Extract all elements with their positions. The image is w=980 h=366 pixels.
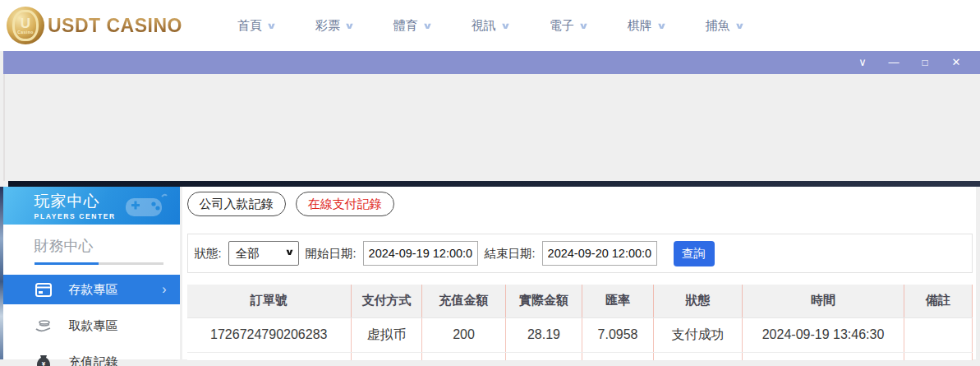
nav-item-棋牌[interactable]: 棋牌∨ xyxy=(628,18,665,34)
site-logo[interactable]: U Casino USDT CASINO xyxy=(7,7,182,44)
table-cell xyxy=(352,352,422,360)
game-controller-icon xyxy=(124,192,168,220)
column-header-實際金額: 實際金額 xyxy=(506,285,582,317)
table-cell xyxy=(904,317,973,352)
record-tabs: 公司入款記錄在線支付記錄 xyxy=(187,192,973,216)
table-cell xyxy=(187,352,352,360)
nav-item-捕魚[interactable]: 捕魚∨ xyxy=(706,18,743,34)
sidebar-item-label: 存款專區 xyxy=(69,282,118,298)
status-select[interactable]: 全部 xyxy=(228,241,299,266)
status-select-wrap: 全部 ∨ xyxy=(228,241,299,266)
coin-logo-icon: U Casino xyxy=(7,7,44,44)
main-content: 公司入款記錄在線支付記錄 狀態: 全部 ∨ 開始日期: 結束日期: 查詢 訂單號… xyxy=(182,187,977,359)
sidebar-section-title: 財務中心 xyxy=(3,225,180,262)
nav-item-label: 視訊 xyxy=(472,18,496,34)
coin-letter: U xyxy=(21,17,30,30)
chevron-right-icon: › xyxy=(162,282,166,297)
sidebar-item-label: 充值記錄 xyxy=(69,354,118,366)
close-icon[interactable]: ✕ xyxy=(941,51,972,74)
sidebar-item-充值記錄[interactable]: ¥充值記錄 xyxy=(3,347,180,366)
money-bag-icon: ¥ xyxy=(35,354,53,366)
window-title-bar: ∨—□✕ xyxy=(3,51,980,74)
navy-divider xyxy=(8,181,980,187)
table-cell: 2024-09-19 13:46:30 xyxy=(743,317,904,352)
table-cell xyxy=(904,352,973,360)
table-cell: 1726724790206283 xyxy=(187,317,352,352)
end-date-input[interactable] xyxy=(542,241,657,266)
player-center-section: 玩家中心 PLAYERS CENTER 財務中心 存款專區›取款專區¥充值記錄 … xyxy=(0,187,980,359)
table-cell xyxy=(506,352,582,360)
column-header-時間: 時間 xyxy=(743,285,904,317)
table-cell: 200 xyxy=(422,317,506,352)
nav-item-label: 棋牌 xyxy=(628,18,652,34)
sidebar-menu: 存款專區›取款專區¥充值記錄 xyxy=(3,275,180,366)
nav-item-label: 彩票 xyxy=(315,18,340,34)
sidebar-item-取款專區[interactable]: 取款專區 xyxy=(3,311,180,341)
nav-item-label: 首頁 xyxy=(237,18,262,34)
nav-item-電子[interactable]: 電子∨ xyxy=(550,18,587,34)
tab-在線支付記錄[interactable]: 在線支付記錄 xyxy=(296,192,394,216)
sidebar: 玩家中心 PLAYERS CENTER 財務中心 存款專區›取款專區¥充值記錄 xyxy=(3,187,180,359)
table-header-row: 訂單號支付方式充值金額實際金額匯率狀態時間備註 xyxy=(187,285,973,317)
nav-item-視訊[interactable]: 視訊∨ xyxy=(472,18,509,34)
nav-item-彩票[interactable]: 彩票∨ xyxy=(315,18,353,34)
column-header-匯率: 匯率 xyxy=(582,285,654,317)
chevron-down-icon: ∨ xyxy=(577,21,588,31)
sidebar-item-存款專區[interactable]: 存款專區› xyxy=(3,275,180,304)
nav-item-label: 電子 xyxy=(550,18,574,34)
column-header-備註: 備註 xyxy=(904,285,973,317)
chevron-down-icon: ∨ xyxy=(656,21,666,31)
chevron-down-icon[interactable]: ∨ xyxy=(847,51,878,74)
table-cell xyxy=(654,352,743,360)
top-nav-bar: U Casino USDT CASINO 首頁∨彩票∨體育∨視訊∨電子∨棋牌∨捕… xyxy=(0,0,980,51)
table-row: 1726724790206283虚拟币20028.197.0958支付成功202… xyxy=(187,317,973,352)
table-cell: 虚拟币 xyxy=(352,317,422,352)
coin-sub-label: Casino xyxy=(17,30,34,35)
table-cell: 支付成功 xyxy=(654,317,743,352)
table-cell xyxy=(422,352,506,360)
chevron-down-icon: ∨ xyxy=(422,21,433,31)
end-date-label: 結束日期: xyxy=(485,246,536,262)
svg-text:¥: ¥ xyxy=(41,360,45,366)
table-cell: 7.0958 xyxy=(582,317,654,352)
nav-item-label: 體育 xyxy=(393,18,418,34)
status-label: 狀態: xyxy=(195,246,222,262)
chevron-down-icon: ∨ xyxy=(500,21,511,31)
sidebar-header: 玩家中心 PLAYERS CENTER xyxy=(3,187,180,225)
chevron-down-icon: ∨ xyxy=(734,21,744,31)
sidebar-item-label: 取款專區 xyxy=(69,318,118,334)
table-cell xyxy=(743,352,904,360)
top-nav-items: 首頁∨彩票∨體育∨視訊∨電子∨棋牌∨捕魚∨ xyxy=(237,18,743,34)
column-header-訂單號: 訂單號 xyxy=(187,285,352,317)
withdraw-hand-icon xyxy=(35,319,53,332)
sidebar-section-underline xyxy=(35,262,163,265)
nav-item-首頁[interactable]: 首頁∨ xyxy=(237,18,275,34)
start-date-label: 開始日期: xyxy=(306,246,357,262)
column-header-充值金額: 充值金額 xyxy=(422,285,506,317)
query-button[interactable]: 查詢 xyxy=(674,241,715,266)
filter-bar: 狀態: 全部 ∨ 開始日期: 結束日期: 查詢 xyxy=(187,234,973,273)
start-date-input[interactable] xyxy=(363,241,478,266)
table-row-partial xyxy=(187,352,973,360)
maximize-icon[interactable]: □ xyxy=(909,51,941,74)
table-cell xyxy=(582,352,654,360)
logo-text: USDT CASINO xyxy=(48,15,182,37)
nav-item-體育[interactable]: 體育∨ xyxy=(393,18,431,34)
blank-content-area xyxy=(3,74,980,181)
deposit-card-icon xyxy=(35,283,53,297)
table-cell: 28.19 xyxy=(506,317,582,352)
chevron-down-icon: ∨ xyxy=(266,21,277,31)
column-header-狀態: 狀態 xyxy=(654,285,743,317)
chevron-down-icon: ∨ xyxy=(344,21,355,31)
tab-公司入款記錄[interactable]: 公司入款記錄 xyxy=(187,192,286,216)
column-header-支付方式: 支付方式 xyxy=(352,285,422,317)
nav-item-label: 捕魚 xyxy=(706,18,730,34)
minimize-icon[interactable]: — xyxy=(878,51,909,74)
payment-records-table: 訂單號支付方式充值金額實際金額匯率狀態時間備註 1726724790206283… xyxy=(187,285,973,361)
